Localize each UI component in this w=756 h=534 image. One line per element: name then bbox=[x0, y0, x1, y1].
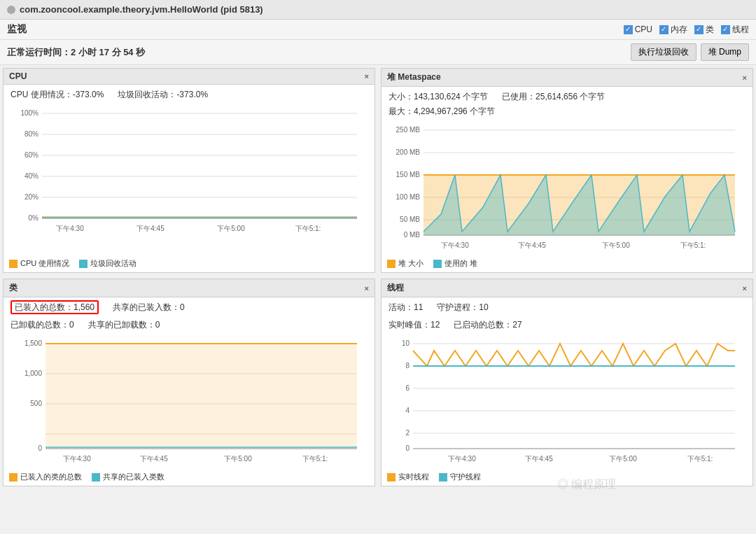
classes-legend-shared: 共享的已装入类数 bbox=[92, 472, 164, 482]
cpu-panel-header: CPU × bbox=[4, 69, 374, 85]
svg-text:250 MB: 250 MB bbox=[396, 126, 421, 134]
svg-text:60%: 60% bbox=[24, 151, 38, 159]
cb-memory-label: 内存 bbox=[671, 24, 687, 36]
svg-text:0: 0 bbox=[38, 444, 42, 452]
heap-size-stat: 大小：143,130,624 个字节 bbox=[388, 91, 488, 103]
svg-text:500: 500 bbox=[30, 400, 42, 407]
svg-text:下午4:30: 下午4:30 bbox=[63, 455, 91, 463]
cpu-legend-gc: 垃圾回收活动 bbox=[79, 258, 136, 269]
svg-text:2: 2 bbox=[405, 429, 410, 437]
heap-close-icon[interactable]: × bbox=[743, 73, 747, 82]
gc-button[interactable]: 执行垃圾回收 bbox=[631, 43, 696, 61]
threads-panel-header: 线程 × bbox=[382, 279, 752, 297]
threads-daemon-stat: 守护进程：10 bbox=[437, 302, 488, 314]
cb-memory[interactable]: 内存 bbox=[659, 24, 687, 36]
threads-legend-label-daemon: 守护线程 bbox=[450, 472, 481, 482]
classes-panel-title: 类 bbox=[9, 282, 18, 294]
cb-cpu[interactable]: CPU bbox=[624, 24, 652, 34]
heap-chart: 250 MB 200 MB 150 MB 100 MB 50 MB 0 MB 下… bbox=[387, 123, 747, 256]
svg-text:下午4:45: 下午4:45 bbox=[525, 455, 553, 463]
svg-text:下午5:1:: 下午5:1: bbox=[295, 225, 321, 232]
svg-text:下午4:30: 下午4:30 bbox=[441, 241, 469, 249]
svg-text:下午5:1:: 下午5:1: bbox=[687, 455, 713, 463]
cb-classes[interactable]: 类 bbox=[694, 24, 714, 36]
svg-text:80%: 80% bbox=[24, 130, 38, 138]
classes-shared-loaded-stat: 共享的已装入数：0 bbox=[113, 302, 185, 314]
svg-text:6: 6 bbox=[405, 384, 410, 392]
heap-stats: 大小：143,130,624 个字节 已使用：25,614,656 个字节 最大… bbox=[382, 87, 752, 120]
heap-legend-size: 堆 大小 bbox=[387, 258, 424, 269]
classes-legend-total: 已装入的类的总数 bbox=[9, 472, 82, 482]
classes-close-icon[interactable]: × bbox=[365, 284, 369, 293]
cpu-legend-color-gc bbox=[79, 260, 88, 268]
cpu-legend-usage: CPU 使用情况 bbox=[9, 258, 69, 269]
classes-shared-unloaded-stat: 共享的已卸载数：0 bbox=[88, 319, 160, 331]
svg-text:100 MB: 100 MB bbox=[396, 193, 421, 201]
heap-legend-label-used: 使用的 堆 bbox=[444, 258, 477, 269]
svg-text:1,000: 1,000 bbox=[24, 370, 42, 377]
svg-text:0 MB: 0 MB bbox=[404, 231, 421, 239]
cb-classes-box[interactable] bbox=[694, 25, 704, 34]
svg-text:4: 4 bbox=[405, 407, 410, 414]
threads-peak-stat: 实时峰值：12 bbox=[388, 319, 440, 331]
classes-panel-header: 类 × bbox=[4, 279, 374, 297]
classes-loaded-stat: 已装入的总数：1,560 bbox=[10, 302, 99, 314]
heap-panel: 堆 Metaspace × 大小：143,130,624 个字节 已使用：25,… bbox=[381, 68, 753, 273]
cb-memory-box[interactable] bbox=[659, 25, 668, 34]
title-bar: com.zooncool.example.theory.jvm.HelloWor… bbox=[0, 0, 756, 20]
svg-text:1,500: 1,500 bbox=[24, 339, 42, 347]
svg-text:0%: 0% bbox=[29, 214, 39, 222]
cpu-panel-title: CPU bbox=[9, 71, 27, 81]
cb-threads-box[interactable] bbox=[721, 25, 730, 34]
dump-button[interactable]: 堆 Dump bbox=[701, 43, 749, 61]
threads-legend-label-live: 实时线程 bbox=[398, 472, 429, 482]
classes-panel: 类 × 已装入的总数：1,560 共享的已装入数：0 已卸载的总数：0 共享的已… bbox=[3, 279, 375, 486]
threads-panel: 线程 × 活动：11 守护进程：10 实时峰值：12 已启动的总数：27 bbox=[381, 279, 753, 486]
svg-text:200 MB: 200 MB bbox=[396, 148, 421, 156]
svg-text:下午5:00: 下午5:00 bbox=[609, 455, 637, 463]
classes-chart-area: 1,500 1,000 500 0 下午4:30 下午4:45 下午5:00 下… bbox=[4, 334, 374, 470]
threads-active-stat: 活动：11 bbox=[388, 302, 423, 314]
threads-total-stat: 已启动的总数：27 bbox=[454, 319, 522, 331]
cpu-chart-area: 100% 80% 60% 40% 20% 0% 下午4:30 下午4:45 下午… bbox=[4, 104, 374, 256]
uptime-bar: 正常运行时间：2 小时 17 分 54 秒 执行垃圾回收 堆 Dump bbox=[0, 40, 756, 65]
cpu-close-icon[interactable]: × bbox=[365, 72, 369, 80]
threads-legend-color-daemon bbox=[439, 473, 447, 482]
uptime-text: 正常运行时间：2 小时 17 分 54 秒 bbox=[7, 46, 145, 59]
threads-close-icon[interactable]: × bbox=[743, 284, 747, 293]
cb-cpu-box[interactable] bbox=[624, 25, 633, 34]
svg-text:下午5:1:: 下午5:1: bbox=[680, 241, 706, 249]
svg-text:下午4:30: 下午4:30 bbox=[56, 225, 84, 232]
svg-text:40%: 40% bbox=[24, 172, 38, 180]
gc-activity-stat: 垃圾回收活动：-373.0% bbox=[118, 89, 208, 101]
svg-text:下午5:00: 下午5:00 bbox=[602, 241, 630, 249]
classes-legend-label-total: 已装入的类的总数 bbox=[20, 472, 82, 482]
heap-used-stat: 已使用：25,614,656 个字节 bbox=[502, 91, 605, 103]
threads-legend-daemon: 守护线程 bbox=[439, 472, 481, 482]
app-title: com.zooncool.example.theory.jvm.HelloWor… bbox=[20, 4, 263, 15]
heap-chart-area: 250 MB 200 MB 150 MB 100 MB 50 MB 0 MB 下… bbox=[382, 120, 752, 256]
cb-threads[interactable]: 线程 bbox=[721, 24, 749, 36]
classes-legend-color-shared bbox=[92, 473, 100, 482]
heap-legend-color-used bbox=[433, 260, 442, 268]
svg-text:下午4:45: 下午4:45 bbox=[518, 241, 546, 249]
threads-chart-legend: 实时线程 守护线程 bbox=[382, 470, 752, 486]
cb-cpu-label: CPU bbox=[635, 24, 652, 34]
heap-panel-title: 堆 Metaspace bbox=[387, 71, 441, 83]
heap-max-stat: 最大：4,294,967,296 个字节 bbox=[388, 106, 495, 118]
cpu-stats: CPU 使用情况：-373.0% 垃圾回收活动：-373.0% bbox=[4, 85, 374, 104]
svg-text:0: 0 bbox=[405, 444, 410, 452]
svg-text:下午5:00: 下午5:00 bbox=[217, 225, 245, 232]
cpu-panel: CPU × CPU 使用情况：-373.0% 垃圾回收活动：-373.0% 10… bbox=[3, 68, 375, 273]
heap-panel-header: 堆 Metaspace × bbox=[382, 69, 752, 87]
action-buttons: 执行垃圾回收 堆 Dump bbox=[631, 43, 749, 61]
cpu-legend-color-usage bbox=[9, 260, 18, 268]
classes-unloaded-stat: 已卸载的总数：0 bbox=[10, 319, 74, 331]
monitor-label: 监视 bbox=[7, 23, 27, 36]
svg-text:20%: 20% bbox=[24, 193, 38, 201]
cpu-legend-label-usage: CPU 使用情况 bbox=[20, 258, 69, 269]
threads-chart-area: 10 8 6 4 2 0 下午4:30 下午4:45 下午5:00 下午5:1: bbox=[382, 334, 752, 470]
svg-text:下午5:00: 下午5:00 bbox=[224, 455, 252, 463]
classes-chart: 1,500 1,000 500 0 下午4:30 下午4:45 下午5:00 下… bbox=[9, 337, 369, 470]
heap-legend-color-size bbox=[387, 260, 396, 268]
